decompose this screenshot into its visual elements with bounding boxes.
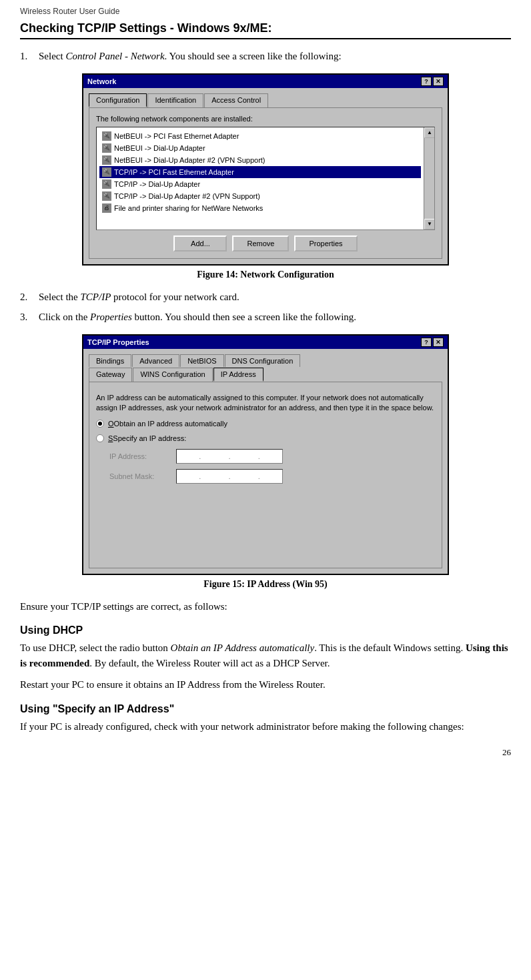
ip-address-label: IP Address: [109,452,169,460]
tab-bindings[interactable]: Bindings [89,354,131,367]
list-item-selected[interactable]: 🔌 TCP/IP -> PCI Fast Ethernet Adapter [99,166,421,178]
network-tabs: Configuration Identification Access Cont… [89,93,442,107]
tab-ip-address[interactable]: IP Address [213,368,263,382]
radio-specify-btn[interactable] [96,434,104,442]
tcpip-tabs-row1: Bindings Advanced NetBIOS DNS Configurat… [89,354,442,367]
dhcp-section-title: Using DHCP [20,624,511,636]
figure-15-caption: Figure 15: IP Address (Win 95) [20,579,511,590]
subnet-mask-input[interactable]: . . . [176,469,283,484]
specify-section-title: Using "Specify an IP Address" [20,703,511,715]
page-header: Wireless Router User Guide [20,7,511,16]
tcpip-close-button[interactable]: ✕ [433,338,444,347]
restart-text: Restart your PC to ensure it obtains an … [20,677,511,692]
network-components-list[interactable]: 🔌 NetBEUI -> PCI Fast Ethernet Adapter 🔌… [96,127,435,230]
add-button[interactable]: Add... [173,235,227,252]
radio-obtain-auto[interactable]: OObtain an IP address automatically [96,420,435,428]
tab-netbios[interactable]: NetBIOS [180,354,223,367]
network-dialog-titlebar: Network ? ✕ [83,75,448,88]
net-icon: 🔌 [102,191,111,201]
network-list-inner: 🔌 NetBEUI -> PCI Fast Ethernet Adapter 🔌… [99,130,421,214]
net-icon: 🔌 [102,179,111,189]
scroll-up[interactable]: ▲ [424,127,435,138]
figure-15-container: TCP/IP Properties ? ✕ Bindings Advanced … [20,334,511,590]
list-item[interactable]: 🔌 NetBEUI -> Dial-Up Adapter #2 (VPN Sup… [99,154,421,166]
scroll-down[interactable]: ▼ [424,219,435,229]
list-item[interactable]: 🔌 TCP/IP -> Dial-Up Adapter [99,178,421,190]
tcpip-tabs-row2: Gateway WINS Configuration IP Address [89,368,442,382]
net-icon: 🔌 [102,131,111,141]
remove-button[interactable]: Remove [232,235,289,252]
list-item[interactable]: 🔌 NetBEUI -> Dial-Up Adapter [99,142,421,154]
radio-specify[interactable]: SSpecify an IP address: [96,434,435,442]
ip-address-row: IP Address: . . . [109,449,435,464]
tcpip-body-text: An IP address can be automatically assig… [96,393,435,414]
ensure-text: Ensure your TCP/IP settings are correct,… [20,599,511,614]
properties-button[interactable]: Properties [294,235,357,252]
tab-identification[interactable]: Identification [147,93,203,107]
tab-access-control[interactable]: Access Control [204,93,268,107]
ip-address-input[interactable]: . . . [176,449,283,464]
tcpip-content: Bindings Advanced NetBIOS DNS Configurat… [83,349,448,574]
figure-14-caption: Figure 14: Network Configuration [20,270,511,280]
help-button[interactable]: ? [421,77,432,86]
net-icon: 🔌 [102,155,111,165]
net-icon-selected: 🔌 [102,167,111,177]
network-dialog-title: Network [87,77,116,85]
figure-14-container: Network ? ✕ Configuration Identification… [20,73,511,280]
page-number: 26 [20,747,511,758]
network-dialog-content: Configuration Identification Access Cont… [83,88,448,264]
step-2: 2. Select the TCP/IP protocol for your n… [20,290,511,305]
list-item[interactable]: 🔌 TCP/IP -> Dial-Up Adapter #2 (VPN Supp… [99,190,421,202]
list-scrollbar[interactable]: ▲ ▼ [424,127,434,229]
header-text: Wireless Router User Guide [20,7,119,16]
tab-advanced[interactable]: Advanced [132,354,179,367]
tcpip-dialog-title: TCP/IP Properties [87,338,149,346]
tcpip-titlebar: TCP/IP Properties ? ✕ [83,336,448,349]
network-buttons-row: Add... Remove Properties [96,235,435,252]
network-dialog: Network ? ✕ Configuration Identification… [82,73,449,266]
network-tab-panel: The following network components are ins… [89,107,442,259]
net-icon: 🔌 [102,143,111,153]
tab-configuration[interactable]: Configuration [89,93,147,107]
titlebar-buttons: ? ✕ [421,77,444,86]
tcpip-titlebar-buttons: ? ✕ [421,338,444,347]
radio-obtain-auto-btn[interactable] [96,420,104,428]
tcpip-dialog: TCP/IP Properties ? ✕ Bindings Advanced … [82,334,449,575]
close-button[interactable]: ✕ [433,77,444,86]
tcpip-help-button[interactable]: ? [421,338,432,347]
subnet-mask-label: Subnet Mask: [109,472,169,480]
specify-body: If your PC is already configured, check … [20,719,511,734]
tcpip-tab-panel: An IP address can be automatically assig… [89,382,442,568]
list-item[interactable]: 🔌 NetBEUI -> PCI Fast Ethernet Adapter [99,130,421,142]
list-item[interactable]: 🖨 File and printer sharing for NetWare N… [99,202,421,214]
ip-field-group: IP Address: . . . Subnet M [109,449,435,484]
step-1: 1. Select Control Panel - Network. You s… [20,49,511,64]
network-components-label: The following network components are ins… [96,115,435,123]
dhcp-body: To use DHCP, select the radio button Obt… [20,640,511,670]
radio-obtain-auto-label: O [108,420,114,428]
section-title: Checking TCP/IP Settings - Windows 9x/ME… [20,21,511,39]
tab-dns-configuration[interactable]: DNS Configuration [225,354,301,367]
printer-icon: 🖨 [102,203,111,213]
step-3: 3. Click on the Properties button. You s… [20,310,511,325]
tab-wins-configuration[interactable]: WINS Configuration [133,368,212,382]
subnet-mask-row: Subnet Mask: . . . [109,469,435,484]
tab-gateway[interactable]: Gateway [89,368,132,382]
